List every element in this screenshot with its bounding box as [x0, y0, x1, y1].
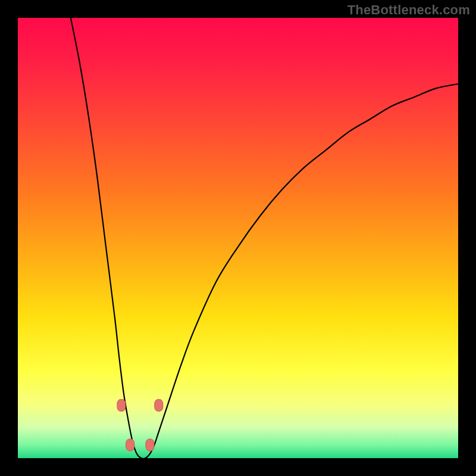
watermark-text: TheBottleneck.com: [347, 2, 470, 18]
marker-dot: [155, 399, 163, 411]
marker-dot: [126, 439, 134, 451]
marker-dot: [117, 399, 126, 411]
marker-dot: [146, 439, 154, 451]
plot-area: [18, 18, 458, 458]
chart-frame: TheBottleneck.com: [0, 0, 476, 476]
chart-svg: [18, 18, 458, 458]
